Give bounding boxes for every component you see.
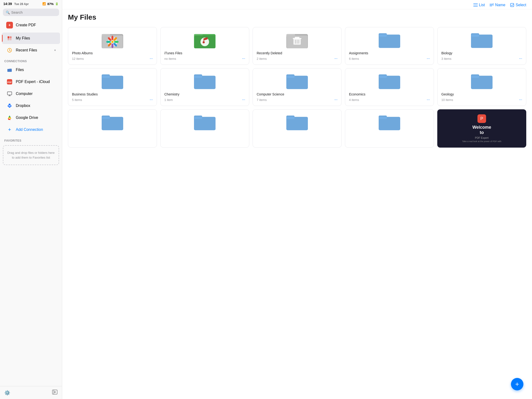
folder-icon xyxy=(349,72,430,89)
computer-label: Computer xyxy=(16,92,32,96)
sidebar-item-my-files[interactable]: My Files xyxy=(2,32,60,44)
folder-item-count: 2 items xyxy=(257,57,267,61)
sidebar-item-files[interactable]: Files xyxy=(2,64,60,76)
folder-more-button[interactable]: ··· xyxy=(334,57,337,61)
sidebar-item-google-drive[interactable]: Google Drive xyxy=(2,112,60,123)
folder-name: Economics xyxy=(349,92,365,96)
svg-rect-3 xyxy=(10,39,12,40)
welcome-logo: P xyxy=(477,114,486,123)
folder-name: Chemistry xyxy=(164,92,179,96)
wifi-icon: 📶 xyxy=(42,2,46,6)
folder-more-button[interactable]: ··· xyxy=(427,57,430,61)
folder-name: Geology xyxy=(441,92,454,96)
folder-item-count: 4 items xyxy=(349,98,359,102)
sidebar-item-add-connection[interactable]: + Add Connection xyxy=(2,124,60,135)
svg-rect-42 xyxy=(295,37,299,38)
svg-rect-1 xyxy=(10,36,12,38)
folder-meta: 1 item ··· xyxy=(164,98,245,102)
select-button[interactable]: Select xyxy=(510,3,526,7)
folder-icon xyxy=(257,72,337,89)
folder-more-button[interactable]: ··· xyxy=(150,98,153,102)
svg-rect-2 xyxy=(8,39,9,40)
folder-card-folder-12[interactable] xyxy=(160,109,249,148)
folder-card-folder-13[interactable] xyxy=(253,109,342,148)
svg-rect-87 xyxy=(471,76,479,78)
folder-card-assignments[interactable]: Assignments 6 items ··· xyxy=(345,27,434,65)
folder-more-button[interactable]: ··· xyxy=(519,57,522,61)
battery-icon: 🔋 xyxy=(55,2,59,6)
status-date: Tue 28 Apr xyxy=(14,2,29,6)
svg-rect-17 xyxy=(510,3,514,7)
svg-rect-50 xyxy=(379,35,400,47)
svg-rect-81 xyxy=(379,76,387,78)
svg-point-36 xyxy=(203,41,205,43)
folder-icon xyxy=(72,31,153,48)
svg-rect-99 xyxy=(195,117,202,119)
folder-meta: 4 items ··· xyxy=(349,98,430,102)
svg-rect-105 xyxy=(287,117,294,119)
files-icon xyxy=(6,66,13,73)
folder-card-geology[interactable]: Geology 10 items ··· xyxy=(437,68,526,106)
folder-card-business-studies[interactable]: Business Studies 5 items ··· xyxy=(68,68,157,106)
sidebar-item-dropbox[interactable]: Dropbox xyxy=(2,100,60,111)
folder-card-photo-albums[interactable]: Photo Albums 12 items ··· xyxy=(68,27,157,65)
welcome-sub-text: PDF Expert xyxy=(475,136,489,139)
svg-rect-75 xyxy=(287,76,294,78)
folder-card-biology[interactable]: Biology 3 items ··· xyxy=(437,27,526,65)
favorites-label: FAVORITES xyxy=(0,136,62,143)
battery-percentage: 87% xyxy=(47,2,54,6)
folder-more-button[interactable]: ··· xyxy=(519,98,522,102)
svg-point-27 xyxy=(111,43,114,48)
folder-icon xyxy=(257,31,337,48)
header-controls: List Name Select xyxy=(473,3,526,7)
add-connection-label: Add Connection xyxy=(16,127,43,132)
folder-card-economics[interactable]: Economics 4 items ··· xyxy=(345,68,434,106)
sidebar-item-recent-files[interactable]: Recent Files ▾ xyxy=(2,44,60,56)
folder-card-recently-deleted[interactable]: Recently Deleted 2 items ··· xyxy=(253,27,342,65)
main-header: List Name Select xyxy=(62,0,532,9)
list-view-button[interactable]: List xyxy=(473,3,485,7)
create-pdf-icon: + xyxy=(6,22,13,28)
create-pdf-button[interactable]: + Create PDF xyxy=(2,19,60,31)
favorites-drop-zone: Drag and drop files or folders here to a… xyxy=(3,145,59,165)
list-label: List xyxy=(479,3,485,7)
select-label: Select xyxy=(516,3,526,7)
folder-card-itunes-files[interactable]: iTunes Files no items ··· xyxy=(160,27,249,65)
files-label: Files xyxy=(16,68,24,72)
svg-rect-63 xyxy=(102,76,110,78)
folder-card-folder-14[interactable] xyxy=(345,109,434,148)
add-fab-button[interactable]: + xyxy=(511,378,523,390)
google-drive-icon xyxy=(6,114,13,121)
sidebar-item-pdf-expert[interactable]: PDF PDF Expert - iCloud xyxy=(2,76,60,88)
svg-rect-86 xyxy=(471,76,492,89)
search-bar[interactable]: 🔍 xyxy=(3,9,59,16)
sort-name-button[interactable]: Name xyxy=(490,3,506,7)
folder-card-computer-science[interactable]: Computer Science 7 items ··· xyxy=(253,68,342,106)
folder-more-button[interactable]: ··· xyxy=(242,98,245,102)
folder-more-button[interactable]: ··· xyxy=(150,57,153,61)
folder-card-welcome[interactable]: P Welcometo PDF Expert Take a real look … xyxy=(437,109,526,148)
folder-more-button[interactable]: ··· xyxy=(242,57,245,61)
svg-point-23 xyxy=(111,36,114,40)
svg-rect-69 xyxy=(195,76,202,78)
folder-card-chemistry[interactable]: Chemistry 1 item ··· xyxy=(160,68,249,106)
folder-meta: 10 items ··· xyxy=(441,98,522,102)
svg-rect-74 xyxy=(287,76,307,89)
my-files-icon xyxy=(6,35,13,42)
collapse-sidebar-button[interactable] xyxy=(52,389,58,396)
settings-button[interactable]: ⚙️ xyxy=(4,390,10,396)
sidebar-item-computer[interactable]: Computer xyxy=(2,88,60,100)
folder-name: iTunes Files xyxy=(164,51,182,55)
pdf-expert-icon: PDF xyxy=(6,78,13,85)
folder-more-button[interactable]: ··· xyxy=(334,98,337,102)
svg-rect-93 xyxy=(102,117,110,119)
svg-rect-92 xyxy=(102,118,123,130)
folder-card-folder-11[interactable] xyxy=(68,109,157,148)
folder-meta: 6 items ··· xyxy=(349,57,430,61)
search-input[interactable] xyxy=(11,10,56,14)
pdf-expert-label: PDF Expert - iCloud xyxy=(16,80,50,84)
folder-more-button[interactable]: ··· xyxy=(427,98,430,102)
folder-meta: 7 items ··· xyxy=(257,98,337,102)
search-icon: 🔍 xyxy=(6,11,10,14)
folder-icon xyxy=(441,72,522,89)
